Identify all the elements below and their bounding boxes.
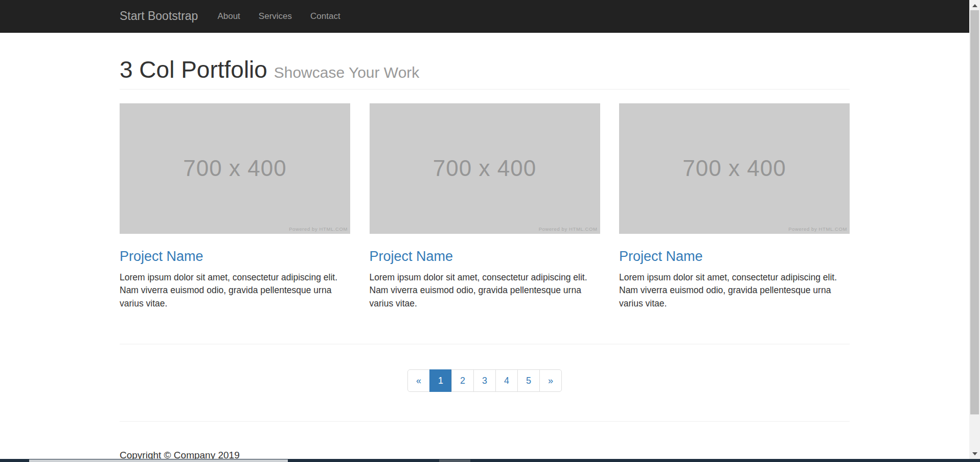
placeholder-watermark: Powered by HTML.COM (788, 226, 847, 232)
project-thumbnail-link[interactable]: 700 x 400 Powered by HTML.COM (370, 103, 600, 234)
project-title-link[interactable]: Project Name (370, 249, 600, 265)
nav-item-contact: Contact (301, 0, 350, 32)
pagination-page-3: 3 (474, 369, 496, 392)
page-subtitle: Showcase Your Work (274, 64, 420, 81)
portfolio-row: 700 x 400 Powered by HTML.COM Project Na… (120, 103, 850, 311)
taskbar-search-box-edge[interactable] (29, 459, 288, 462)
nav-link-about[interactable]: About (208, 11, 249, 21)
pagination-page-2: 2 (452, 369, 474, 392)
portfolio-card: 700 x 400 Powered by HTML.COM Project Na… (370, 103, 600, 311)
placeholder-watermark: Powered by HTML.COM (289, 226, 348, 232)
scroll-up-arrow-icon (972, 4, 977, 7)
main-container: 3 Col Portfolio Showcase Your Work 700 x… (120, 57, 850, 461)
page-title: 3 Col Portfolio Showcase Your Work (120, 57, 850, 83)
webpage: Start Bootstrap About Services Contact 3… (0, 0, 969, 462)
pagination-prev-link[interactable]: « (407, 369, 430, 392)
pagination-page-1: 1 (430, 369, 452, 392)
scroll-down-button[interactable] (969, 449, 980, 458)
divider-above-pagination (120, 344, 850, 344)
pagination-page-3-link[interactable]: 3 (473, 369, 496, 392)
portfolio-card: 700 x 400 Powered by HTML.COM Project Na… (120, 103, 350, 311)
scrollbar-thumb[interactable] (970, 10, 979, 414)
pagination-next-link[interactable]: » (539, 369, 562, 392)
placeholder-watermark: Powered by HTML.COM (539, 226, 598, 232)
project-description: Lorem ipsum dolor sit amet, consectetur … (619, 271, 850, 311)
project-title-link[interactable]: Project Name (120, 249, 350, 265)
portfolio-card: 700 x 400 Powered by HTML.COM Project Na… (619, 103, 850, 311)
pagination: « 1 2 3 4 5 » (407, 369, 562, 392)
navbar-links: About Services Contact (208, 0, 349, 32)
project-description: Lorem ipsum dolor sit amet, consectetur … (370, 271, 600, 311)
navbar-brand-link[interactable]: Start Bootstrap (120, 9, 198, 23)
placeholder-size-label: 700 x 400 (183, 156, 286, 181)
pagination-wrapper: « 1 2 3 4 5 » (120, 369, 850, 392)
placeholder-size-label: 700 x 400 (433, 156, 536, 181)
pagination-prev: « (407, 369, 430, 392)
vertical-scrollbar[interactable] (969, 0, 980, 462)
nav-item-about: About (208, 0, 249, 32)
pagination-next: » (540, 369, 562, 392)
pagination-page-2-link[interactable]: 2 (451, 369, 474, 392)
nav-item-services: Services (249, 0, 301, 32)
project-thumbnail-link[interactable]: 700 x 400 Powered by HTML.COM (120, 103, 350, 234)
navbar-inner: Start Bootstrap About Services Contact (120, 0, 850, 32)
page-title-text: 3 Col Portfolio (120, 56, 267, 83)
page-header: 3 Col Portfolio Showcase Your Work (120, 57, 850, 90)
pagination-page-5: 5 (518, 369, 540, 392)
pagination-page-4-link[interactable]: 4 (495, 369, 518, 392)
scroll-up-button[interactable] (969, 1, 980, 10)
placeholder-size-label: 700 x 400 (682, 156, 786, 181)
project-title-link[interactable]: Project Name (619, 249, 850, 265)
pagination-page-5-link[interactable]: 5 (517, 369, 540, 392)
pagination-page-4: 4 (496, 369, 518, 392)
navbar: Start Bootstrap About Services Contact (0, 0, 969, 33)
nav-link-contact[interactable]: Contact (301, 11, 350, 21)
nav-link-services[interactable]: Services (249, 11, 301, 21)
taskbar-app-button-edge[interactable] (439, 459, 470, 462)
browser-viewport: Start Bootstrap About Services Contact 3… (0, 0, 980, 462)
taskbar-edge[interactable] (0, 459, 980, 462)
pagination-page-1-link[interactable]: 1 (429, 369, 452, 392)
scroll-down-arrow-icon (972, 452, 977, 455)
project-description: Lorem ipsum dolor sit amet, consectetur … (120, 271, 350, 311)
divider-above-footer (120, 421, 850, 422)
project-thumbnail-link[interactable]: 700 x 400 Powered by HTML.COM (619, 103, 850, 234)
